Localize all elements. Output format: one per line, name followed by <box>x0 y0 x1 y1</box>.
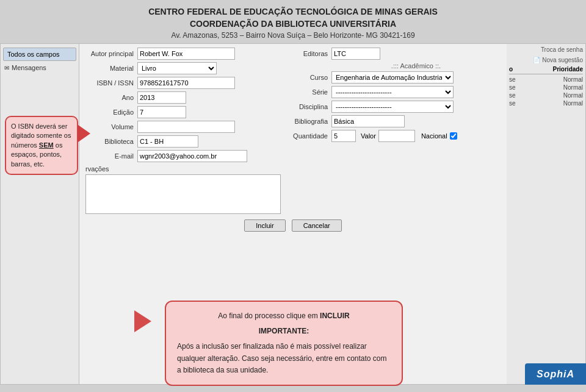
edicao-row: Edição <box>85 106 281 118</box>
valor-label: Valor <box>361 132 376 140</box>
editoras-label: Editoras <box>286 50 331 57</box>
ano-row: Ano <box>85 91 281 104</box>
priority-row-2: se Normal <box>509 84 583 91</box>
priority-header: o Prioridade <box>509 66 583 74</box>
arrow-overlay-left <box>78 125 90 144</box>
editoras-input[interactable] <box>331 48 380 60</box>
arrow-right-icon <box>78 125 90 142</box>
priority-row3-col2: Normal <box>563 92 583 99</box>
quantidade-input[interactable] <box>331 130 356 142</box>
annotation-bottom-line2: IMPORTANTE: <box>177 326 391 337</box>
edicao-input[interactable] <box>137 106 186 118</box>
material-select[interactable]: Livro <box>137 62 217 74</box>
page-icon: 📄 <box>533 57 540 63</box>
page-header: CENTRO FEDERAL DE EDUCAÇÃO TECNOLÓGICA D… <box>0 0 586 43</box>
observacoes-textarea[interactable] <box>85 174 281 214</box>
incluir-button[interactable]: Incluir <box>244 219 285 232</box>
annotation-box-left: O ISBN deverá ser digitado somente os nú… <box>5 116 78 175</box>
mensagens-label: Mensagens <box>12 64 46 71</box>
priority-table: o Prioridade se Normal se Normal se Norm… <box>509 66 583 107</box>
volume-input[interactable] <box>137 121 235 133</box>
incluir-bold: INCLUIR <box>320 312 350 320</box>
left-sidebar: Todos os campos ✉ Mensagens <box>0 43 79 385</box>
priority-row1-col1: se <box>509 76 516 83</box>
disciplina-row: Disciplina ------------------------- <box>286 101 501 113</box>
autor-input[interactable] <box>137 48 235 60</box>
autor-row: Autor principal <box>85 48 281 60</box>
form-columns: Autor principal Material Livro ISBN / IS… <box>85 48 501 216</box>
right-sidebar: Troca de senha 📄 Nova sugestão o Priorid… <box>507 43 586 385</box>
annotation-bottom-line1: Ao final do processo clique em INCLUIR <box>177 310 391 322</box>
header-title-line2: COORDENAÇÃO DA BIBLIOTECA UNIVERSITÁRIA <box>0 18 586 30</box>
disciplina-select[interactable]: ------------------------- <box>331 101 454 113</box>
priority-col1-header: o <box>509 66 513 73</box>
volume-row: Volume <box>85 121 281 133</box>
curso-row: Curso Engenharia de Automação Industrial <box>286 71 501 84</box>
todos-os-campos-button[interactable]: Todos os campos <box>3 48 76 61</box>
sophia-text: SophiA <box>537 369 574 380</box>
editoras-row: Editoras <box>286 48 501 60</box>
priority-row-1: se Normal <box>509 76 583 84</box>
nova-sugestao-link[interactable]: 📄 Nova sugestão <box>509 57 583 63</box>
sophia-logo: SophiA <box>525 363 586 385</box>
material-row: Material Livro <box>85 62 281 74</box>
biblioteca-label: Biblioteca <box>85 138 137 145</box>
nacional-label: Nacional <box>421 132 447 140</box>
nacional-checkbox[interactable] <box>450 132 457 140</box>
priority-row4-col1: se <box>509 100 516 107</box>
header-subtitle: Av. Amazonas, 5253 – Bairro Nova Suíça –… <box>0 31 586 40</box>
isbn-label: ISBN / ISSN <box>85 79 137 87</box>
isbn-input[interactable] <box>137 77 235 89</box>
priority-row2-col1: se <box>509 84 516 91</box>
annotation-left-text1: O ISBN deverá ser digitado somente os nú… <box>11 123 71 168</box>
priority-row-4: se Normal <box>509 99 583 107</box>
biblioteca-input[interactable] <box>137 135 198 148</box>
academico-badge: .::: Acadêmico ::. <box>286 62 501 69</box>
material-label: Material <box>85 65 137 72</box>
importante-label: IMPORTANTE: <box>259 327 309 335</box>
observacoes-label: rvações <box>85 165 109 173</box>
priority-row4-col2: Normal <box>563 100 583 107</box>
priority-col2-header: Prioridade <box>553 66 583 73</box>
priority-row3-col1: se <box>509 92 516 99</box>
priority-row2-col2: Normal <box>563 84 583 91</box>
sidebar-item-mensagens[interactable]: ✉ Mensagens <box>1 62 79 73</box>
quantidade-row: Quantidade Valor Nacional <box>286 130 501 142</box>
ano-input[interactable] <box>137 91 186 104</box>
quantidade-label: Quantidade <box>286 132 331 140</box>
autor-label: Autor principal <box>85 50 137 57</box>
serie-label: Série <box>286 88 331 96</box>
isbn-row: ISBN / ISSN <box>85 77 281 89</box>
annotation-box-bottom: Ao final do processo clique em INCLUIR I… <box>165 301 403 386</box>
arrow-overlay-bottom <box>134 310 151 334</box>
ano-label: Ano <box>85 94 137 101</box>
email-row: E-mail <box>85 150 281 162</box>
disciplina-label: Disciplina <box>286 103 331 110</box>
arrow-right-large-icon <box>134 310 151 332</box>
valor-input[interactable] <box>378 130 415 142</box>
form-col-left: Autor principal Material Livro ISBN / IS… <box>85 48 281 216</box>
annotation-bottom-line3: Após a inclusão ser finalizada não é mai… <box>177 341 391 376</box>
email-input[interactable] <box>137 150 247 162</box>
bibliografia-label: Bibliografia <box>286 118 331 125</box>
serie-row: Série ------------------------- <box>286 86 501 98</box>
envelope-icon: ✉ <box>4 65 9 71</box>
curso-select[interactable]: Engenharia de Automação Industrial <box>331 71 454 84</box>
header-title-line1: CENTRO FEDERAL DE EDUCAÇÃO TECNOLÓGICA D… <box>0 6 586 18</box>
volume-label: Volume <box>85 123 137 130</box>
curso-label: Curso <box>286 74 331 81</box>
form-buttons: Incluir Cancelar <box>85 219 501 232</box>
biblioteca-row: Biblioteca <box>85 135 281 148</box>
email-label: E-mail <box>85 152 137 160</box>
cancelar-button[interactable]: Cancelar <box>292 219 342 232</box>
priority-row-3: se Normal <box>509 91 583 99</box>
bibliografia-input[interactable] <box>331 115 405 127</box>
serie-select[interactable]: ------------------------- <box>331 86 454 98</box>
priority-row1-col2: Normal <box>563 76 583 83</box>
edicao-label: Edição <box>85 109 137 116</box>
form-col-right: Editoras .::: Acadêmico ::. Curso Engenh… <box>286 48 501 216</box>
bibliografia-row: Bibliografia <box>286 115 501 127</box>
troca-senha-link[interactable]: Troca de senha <box>509 46 583 53</box>
observacoes-section: rvações <box>85 165 281 216</box>
